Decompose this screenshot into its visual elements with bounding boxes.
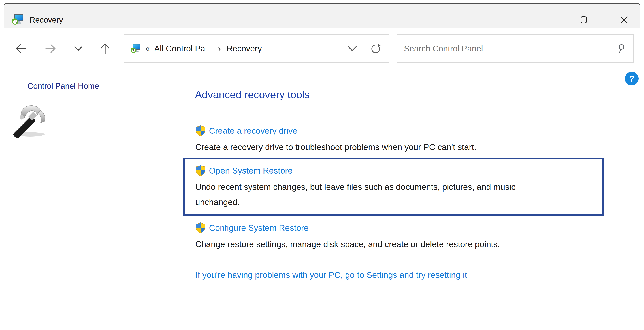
open-system-restore-description: Undo recent system changes, but leave fi…	[195, 179, 516, 210]
refresh-icon[interactable]	[370, 43, 381, 54]
window-title: Recovery	[30, 8, 63, 32]
configure-system-restore-link[interactable]: Configure System Restore	[209, 223, 308, 233]
recent-pages-chevron[interactable]	[74, 45, 83, 52]
recovery-app-icon	[12, 14, 24, 26]
chevron-down-icon	[74, 46, 82, 51]
create-recovery-drive-description: Create a recovery drive to troubleshoot …	[195, 139, 476, 155]
task-open-system-restore: Open System Restore Undo recent system c…	[195, 163, 516, 210]
minimize-icon	[539, 16, 548, 24]
page-title: Advanced recovery tools	[195, 88, 310, 100]
configure-system-restore-description: Change restore settings, manage disk spa…	[195, 237, 500, 252]
window-titlebar: Recovery	[4, 3, 640, 28]
sidebar-item-control-panel-home[interactable]: Control Panel Home	[28, 82, 99, 91]
uac-shield-icon	[195, 222, 206, 234]
close-button[interactable]	[617, 13, 631, 27]
maximize-button[interactable]	[577, 13, 590, 27]
open-system-restore-link[interactable]: Open System Restore	[209, 166, 292, 176]
forward-arrow-icon	[44, 42, 57, 55]
search-input[interactable]	[404, 44, 617, 53]
hammer-image	[10, 98, 52, 139]
help-button[interactable]: ?	[625, 72, 638, 85]
settings-reset-link[interactable]: If you're having problems with your PC, …	[195, 270, 467, 280]
breadcrumb-item-recovery[interactable]: Recovery	[227, 44, 262, 53]
breadcrumb-separator: ›	[217, 43, 222, 54]
uac-shield-icon	[195, 164, 206, 177]
breadcrumb-item-all-control-panel[interactable]: All Control Pa...	[154, 44, 212, 53]
address-dropdown-chevron-icon[interactable]	[347, 46, 357, 52]
recovery-window: Recovery	[0, 0, 644, 330]
breadcrumb-overflow-chevron[interactable]: «	[145, 44, 150, 53]
search-box	[397, 34, 634, 63]
minimize-button[interactable]	[536, 13, 550, 27]
up-arrow-icon	[98, 42, 112, 56]
location-recovery-icon	[130, 44, 141, 54]
task-configure-system-restore: Configure System Restore Change restore …	[195, 221, 500, 252]
back-arrow-icon	[14, 42, 27, 55]
close-icon	[620, 15, 629, 25]
address-bar[interactable]: « All Control Pa... › Recovery	[124, 34, 389, 63]
task-create-recovery-drive: Create a recovery drive Create a recover…	[195, 123, 476, 155]
create-recovery-drive-link[interactable]: Create a recovery drive	[209, 126, 297, 136]
uac-shield-icon	[195, 125, 206, 136]
back-button[interactable]	[14, 42, 27, 55]
forward-button[interactable]	[44, 42, 57, 55]
maximize-icon	[579, 16, 588, 24]
search-icon	[617, 44, 626, 54]
up-button[interactable]	[98, 41, 112, 56]
